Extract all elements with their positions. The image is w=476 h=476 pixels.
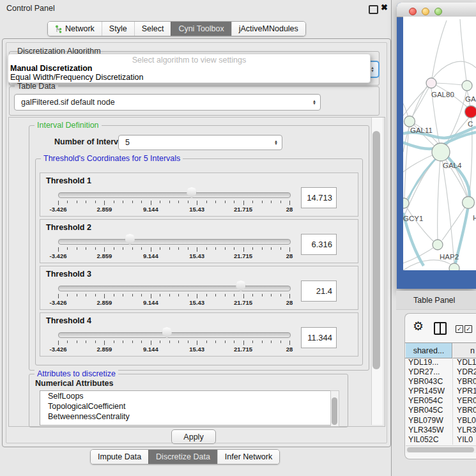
tick-mark <box>280 247 281 250</box>
threshold-slider-track[interactable] <box>58 239 291 245</box>
tab-discretize-data[interactable]: Discretize Data <box>148 450 217 464</box>
close-icon[interactable]: ✖ <box>381 3 388 12</box>
tick-label: 9.144 <box>143 252 158 259</box>
threshold-slider-track[interactable] <box>58 332 291 338</box>
table-hscrollbar-thumb[interactable] <box>407 447 474 452</box>
threshold-value-field[interactable]: 21.4 <box>301 280 337 302</box>
table-row[interactable]: YLR345WYLR3 <box>405 426 476 435</box>
tab-jactivemnodules[interactable]: jActiveMNodules <box>231 22 305 36</box>
threshold-label: Threshold 4 <box>46 316 91 325</box>
network-node-gal11[interactable] <box>404 116 415 127</box>
attribute-item[interactable]: SelfLoops <box>40 391 330 401</box>
attributes-scrollbar-thumb[interactable] <box>332 397 337 425</box>
network-node[interactable] <box>449 263 459 270</box>
tick-mark <box>169 294 170 296</box>
cell-shared-name: YBL079W <box>408 416 443 425</box>
tick-mark <box>178 247 179 250</box>
tick-mark <box>243 294 244 298</box>
tick-mark <box>141 247 142 250</box>
column-header-shared-name[interactable]: shared... <box>406 343 452 358</box>
tick-label: 28 <box>286 206 293 213</box>
settings-scrollbar-thumb[interactable] <box>372 131 380 369</box>
tick-mark <box>104 201 105 205</box>
table-data-value: galFiltered.sif default node <box>21 98 115 107</box>
table-row[interactable]: YBR043CYBR0 <box>405 377 476 387</box>
tick-label: 21.715 <box>234 206 252 213</box>
zoom-traffic-light-icon[interactable] <box>434 8 442 15</box>
checkbox-icon[interactable]: ✓ <box>464 325 472 333</box>
algorithm-dropdown-popup: Select algorithm to view settings Manual… <box>8 54 371 83</box>
tick-mark <box>151 201 151 205</box>
tab-cyni-toolbox[interactable]: Cyni Toolbox <box>171 22 231 36</box>
table-horizontal-scrollbar[interactable] <box>406 445 476 453</box>
number-of-intervals-value: 5 <box>125 138 130 147</box>
table-row[interactable]: YIL052CYIL0 <box>405 435 476 445</box>
float-window-icon[interactable] <box>369 5 378 14</box>
table-row[interactable]: YPR145WYPR1 <box>405 387 476 396</box>
tick-mark <box>104 341 105 345</box>
close-traffic-light-icon[interactable] <box>409 8 417 15</box>
tick-mark <box>114 294 114 296</box>
tick-mark <box>197 341 197 345</box>
network-node-gal80[interactable] <box>426 78 436 88</box>
network-canvas[interactable]: GAL80GACGAL11GAL4GCY1HHAP2 <box>403 17 476 270</box>
tab-label: Infer Network <box>225 452 272 461</box>
tab-style[interactable]: Style <box>102 22 134 36</box>
table-rows: YDL19...YDL1YDR27...YDR2YBR043CYBR0YPR14… <box>405 358 476 445</box>
tick-mark <box>123 201 123 203</box>
threshold-value-field[interactable]: 14.713 <box>301 187 337 208</box>
cell-name: YBL0 <box>457 416 476 425</box>
attribute-item[interactable]: TopologicalCoefficient <box>40 401 330 411</box>
table-row[interactable]: YDR27...YDR2 <box>405 367 476 377</box>
tick-mark <box>243 341 244 345</box>
table-row[interactable]: YER054CYER0 <box>405 396 476 406</box>
threshold-value-field[interactable]: 11.344 <box>301 327 337 348</box>
table-row[interactable]: YDL19...YDL1 <box>405 358 476 367</box>
node-label: GA <box>465 95 476 103</box>
attribute-item[interactable]: BetweennessCentrality <box>40 411 330 422</box>
stepper-arrows-icon: ▲▼ <box>312 100 316 105</box>
tick-mark <box>160 341 160 343</box>
network-node-h[interactable] <box>463 197 475 209</box>
checkbox-icon[interactable]: ✓ <box>456 325 463 333</box>
apply-button[interactable]: Apply <box>171 429 216 444</box>
split-columns-icon[interactable] <box>434 322 447 335</box>
network-node-c[interactable] <box>465 106 476 118</box>
algorithm-option-equal-width[interactable]: Equal Width/Frequency Discretization <box>10 73 143 82</box>
tick-mark <box>225 201 226 203</box>
number-of-intervals-combobox[interactable]: 5 ▲▼ <box>118 135 282 150</box>
tick-mark <box>252 201 253 203</box>
tick-mark <box>188 341 188 343</box>
tab-select[interactable]: Select <box>134 22 171 36</box>
threshold-slider-track[interactable] <box>58 286 291 291</box>
gear-icon[interactable]: ⚙ <box>413 320 424 332</box>
tab-infer-network[interactable]: Infer Network <box>217 450 279 464</box>
tick-label: 2.859 <box>97 206 112 213</box>
threshold-slider-track[interactable] <box>58 192 291 198</box>
tick-mark <box>280 201 281 203</box>
tab-impute-data[interactable]: Impute Data <box>91 450 148 464</box>
network-node-hap2[interactable] <box>433 240 443 250</box>
column-separator <box>452 358 453 445</box>
minimize-traffic-light-icon[interactable] <box>422 8 429 15</box>
network-node-gal4[interactable] <box>432 143 450 161</box>
tick-mark <box>234 201 234 203</box>
tick-label: 9.144 <box>143 346 158 353</box>
column-header-name[interactable]: n <box>453 343 476 358</box>
algorithm-option-manual[interactable]: Manual Discretization <box>10 64 93 73</box>
tab-network[interactable]: Network <box>48 22 102 36</box>
tick-label: 9.144 <box>143 206 158 213</box>
network-window-titlebar[interactable] <box>397 3 476 17</box>
tick-mark <box>104 294 105 298</box>
table-row[interactable]: YBL079WYBL0 <box>405 416 476 426</box>
numerical-attributes-list[interactable]: SelfLoopsTopologicalCoefficientBetweenne… <box>40 390 331 426</box>
table-row[interactable]: YBR045CYBR0 <box>405 406 476 415</box>
network-view-window[interactable]: GAL80GACGAL11GAL4GCY1HHAP2 <box>397 3 476 289</box>
threshold-value-field[interactable]: 6.316 <box>301 234 337 255</box>
network-node-ga[interactable] <box>462 81 472 91</box>
table-data-combobox[interactable]: galFiltered.sif default node ▲▼ <box>14 94 321 111</box>
cell-shared-name: YBR043C <box>408 377 443 386</box>
tick-mark <box>104 247 105 252</box>
tick-mark <box>169 201 170 203</box>
attributes-group-label: Attributes to discretize <box>35 369 118 378</box>
